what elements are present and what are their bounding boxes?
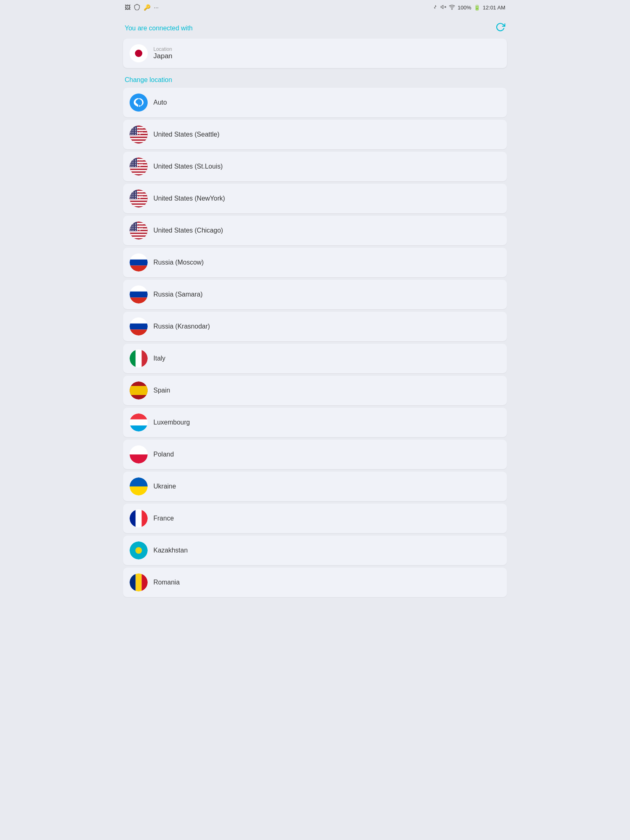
flag-ru-moscow: [130, 253, 148, 272]
svg-rect-88: [130, 420, 148, 426]
location-item-us-chicago[interactable]: ★ ★ ★ ★ ★ ★ ★ ★ ★ ★ ★ ★ ★ ★ ★ ★ ★ ★ ★ ★ …: [123, 216, 507, 245]
svg-rect-76: [130, 317, 148, 324]
svg-rect-92: [130, 454, 148, 463]
svg-point-7: [135, 50, 142, 57]
location-item-pl[interactable]: Poland: [123, 440, 507, 469]
location-name-ua: Ukraine: [153, 483, 176, 490]
status-bar: 🖼 🔑 ··· 100% 🔋: [118, 0, 512, 15]
location-name-us-seattle: United States (Seattle): [153, 131, 219, 138]
svg-rect-70: [130, 265, 148, 272]
auto-icon: [130, 94, 148, 112]
connected-info: Location Japan: [153, 46, 172, 60]
svg-rect-89: [130, 425, 148, 431]
svg-text:★ ★ ★ ★ ★: ★ ★ ★ ★ ★: [130, 133, 141, 135]
location-item-ro[interactable]: Romania: [123, 568, 507, 597]
svg-rect-98: [136, 509, 142, 527]
location-item-kz[interactable]: ✦ Kazakhstan: [123, 536, 507, 565]
svg-point-3: [452, 9, 452, 9]
location-item-ru-krasnodar[interactable]: Russia (Krasnodar): [123, 312, 507, 341]
svg-text:★ ★ ★ ★ ★: ★ ★ ★ ★ ★: [130, 197, 141, 199]
status-bar-left: 🖼 🔑 ···: [125, 4, 159, 11]
location-label: Location: [153, 46, 172, 52]
svg-rect-82: [142, 349, 148, 368]
svg-rect-60: [130, 234, 148, 235]
flag-us-seattle: ★ ★ ★ ★ ★ ★ ★ ★ ★ ★ ★ ★ ★ ★ ★ ★ ★ ★ ★ ★ …: [130, 126, 148, 144]
svg-rect-80: [130, 349, 136, 368]
svg-rect-34: [130, 170, 148, 171]
location-name-kz: Kazakhstan: [153, 547, 188, 554]
flag-ua: [130, 477, 148, 495]
wifi-icon: [449, 4, 455, 11]
flag-pl: [130, 445, 148, 463]
flag-ru-samara: [130, 285, 148, 304]
svg-rect-33: [130, 167, 148, 169]
svg-rect-73: [130, 292, 148, 298]
location-list: Auto: [123, 88, 507, 597]
svg-rect-19: [130, 138, 148, 139]
svg-text:★ ★ ★ ★ ★: ★ ★ ★ ★ ★: [130, 165, 141, 167]
svg-rect-46: [130, 199, 148, 201]
image-icon: 🖼: [125, 4, 130, 11]
location-name-us-chicago: United States (Chicago): [153, 227, 223, 234]
main-content: You are connected with Location Japan Ch…: [118, 15, 512, 600]
svg-rect-48: [130, 205, 148, 206]
connected-location-name: Japan: [153, 52, 172, 60]
location-name-us-newyork: United States (NewYork): [153, 195, 225, 202]
svg-rect-91: [130, 445, 148, 454]
svg-rect-69: [130, 260, 148, 266]
svg-rect-20: [130, 139, 148, 141]
svg-rect-47: [130, 202, 148, 203]
mute-icon: [441, 4, 446, 11]
svg-rect-95: [130, 486, 148, 495]
svg-text:★ ★ ★ ★ ★: ★ ★ ★ ★ ★: [130, 229, 141, 231]
location-name-auto: Auto: [153, 99, 167, 106]
svg-rect-59: [130, 231, 148, 233]
location-name-ru-moscow: Russia (Moscow): [153, 259, 204, 266]
svg-rect-106: [136, 573, 142, 591]
location-item-fr[interactable]: France: [123, 504, 507, 533]
location-item-es[interactable]: Spain: [123, 376, 507, 405]
location-item-it[interactable]: Italy: [123, 344, 507, 373]
battery-icon: 🔋: [474, 5, 480, 11]
location-item-ru-moscow[interactable]: Russia (Moscow): [123, 248, 507, 277]
location-name-lu: Luxembourg: [153, 419, 190, 426]
location-name-es: Spain: [153, 387, 170, 394]
flag-us-stlouis: ★ ★ ★ ★ ★ ★ ★ ★ ★ ★ ★ ★ ★ ★ ★ ★ ★ ★ ★ ★ …: [130, 158, 148, 176]
location-item-lu[interactable]: Luxembourg: [123, 408, 507, 437]
connected-flag: [130, 44, 148, 62]
location-item-ua[interactable]: Ukraine: [123, 472, 507, 501]
flag-ro: [130, 573, 148, 591]
location-name-it: Italy: [153, 355, 165, 362]
location-item-ru-samara[interactable]: Russia (Samara): [123, 280, 507, 309]
svg-rect-107: [142, 573, 148, 591]
location-item-us-seattle[interactable]: ★ ★ ★ ★ ★ ★ ★ ★ ★ ★ ★ ★ ★ ★ ★ ★ ★ ★ ★ ★ …: [123, 120, 507, 149]
flag-us-chicago: ★ ★ ★ ★ ★ ★ ★ ★ ★ ★ ★ ★ ★ ★ ★ ★ ★ ★ ★ ★ …: [130, 221, 148, 240]
svg-rect-94: [130, 477, 148, 486]
flag-es: [130, 381, 148, 399]
location-name-ru-krasnodar: Russia (Krasnodar): [153, 323, 210, 330]
svg-marker-0: [441, 5, 443, 8]
location-item-auto[interactable]: Auto: [123, 88, 507, 117]
bluetooth-icon: [432, 4, 438, 11]
battery-text: 100%: [458, 5, 471, 11]
svg-text:✦: ✦: [137, 548, 140, 553]
location-item-us-newyork[interactable]: ★ ★ ★ ★ ★ ★ ★ ★ ★ ★ ★ ★ ★ ★ ★ ★ ★ ★ ★ ★ …: [123, 184, 507, 213]
location-name-us-stlouis: United States (St.Louis): [153, 163, 223, 170]
connected-header: You are connected with: [123, 18, 507, 39]
refresh-button[interactable]: [495, 22, 505, 34]
svg-rect-61: [130, 237, 148, 238]
change-location-header: Change location: [123, 75, 507, 88]
location-item-us-stlouis[interactable]: ★ ★ ★ ★ ★ ★ ★ ★ ★ ★ ★ ★ ★ ★ ★ ★ ★ ★ ★ ★ …: [123, 152, 507, 181]
svg-rect-78: [130, 329, 148, 336]
key-icon: 🔑: [144, 4, 151, 11]
svg-rect-21: [130, 141, 148, 142]
more-icon: ···: [154, 4, 159, 11]
flag-us-newyork: ★ ★ ★ ★ ★ ★ ★ ★ ★ ★ ★ ★ ★ ★ ★ ★ ★ ★ ★ ★ …: [130, 189, 148, 208]
location-name-pl: Poland: [153, 451, 174, 458]
svg-rect-18: [130, 137, 148, 138]
svg-rect-105: [130, 573, 136, 591]
svg-rect-35: [130, 173, 148, 174]
svg-rect-99: [142, 509, 148, 527]
svg-rect-74: [130, 297, 148, 304]
svg-rect-97: [130, 509, 136, 527]
